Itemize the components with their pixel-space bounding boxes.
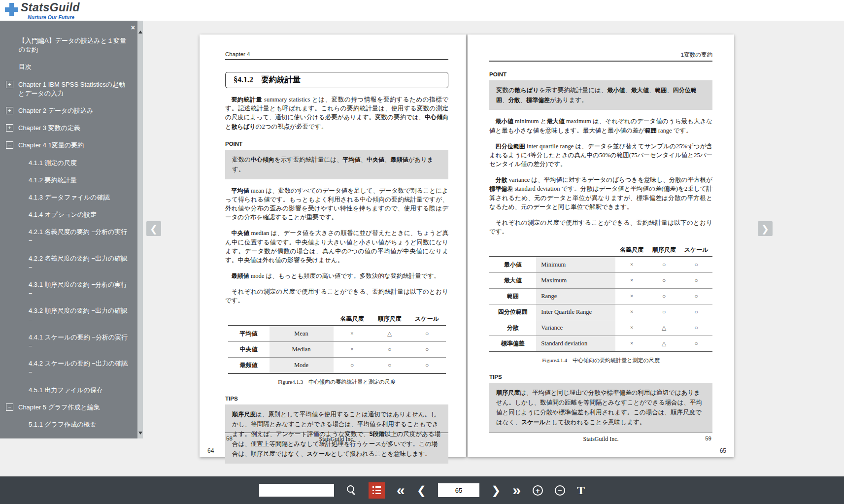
table-row: 最大値 Maximum × ○ ○ — [489, 272, 712, 288]
paragraph-table-lead: それぞれの測定の尺度で使用することができる、要約統計量は以下のとおりです。 — [489, 218, 712, 236]
sidebar-item-4-4-2[interactable]: 4.4.2 スケールの要約 −出力の確認− — [6, 359, 130, 377]
viewer-page-number: 65 — [720, 447, 726, 454]
close-icon[interactable]: × — [131, 24, 135, 32]
point-label: POINT — [225, 141, 448, 147]
scroll-down-icon[interactable] — [138, 432, 142, 435]
table-row: 中央値 Median × ○ ○ — [228, 341, 446, 357]
running-header: 1変数の要約 — [489, 51, 712, 62]
sidebar-item-4-5-1[interactable]: 4.5.1 出力ファイルの保存 — [6, 386, 130, 395]
table-row: 四分位範囲 Inter Quartile Range × ○ ○ — [489, 304, 712, 320]
viewer-toolbar: « ❮ ❯ » + − T — [0, 476, 844, 504]
first-page-icon[interactable]: « — [397, 483, 405, 498]
scroll-up-icon[interactable] — [138, 31, 142, 34]
expand-icon[interactable]: + — [6, 124, 13, 132]
sidebar-item-book-title[interactable]: 【入門編A】データの読込みと１変量の要約 — [6, 36, 130, 54]
page-number-input[interactable] — [438, 483, 479, 497]
sidebar-item-4-1-2[interactable]: 4.1.2 要約統計量 — [6, 176, 130, 185]
central-tendency-table: 名義尺度 順序尺度 スケール 平均値 Mean × △ ○ 中央値 — [228, 313, 446, 374]
viewer-page-number: 64 — [207, 447, 214, 454]
col-ordinal: 順序尺度 — [371, 313, 408, 326]
sidebar-item-chapter2[interactable]: +Chapter 2 データの読込み — [6, 106, 130, 115]
sidebar-item-4-1-1[interactable]: 4.1.1 測定の尺度 — [6, 159, 130, 168]
table-row: 標準偏差 Standard deviation × △ ○ — [489, 336, 712, 352]
sidebar-item-4-1-3[interactable]: 4.1.3 データファイルの確認 — [6, 193, 130, 202]
toc-sidebar: × 【入門編A】データの読込みと１変量の要約 目次 +Chapter 1 IBM… — [0, 21, 143, 438]
sidebar-item-4-3-2[interactable]: 4.3.2 順序尺度の要約 −出力の確認− — [6, 306, 130, 324]
point-box: 変数の散らばりを示す要約統計量には、最小値、最大値、範囲、四分位範囲、分散、標準… — [489, 80, 712, 110]
book-page-number: 59 — [705, 436, 711, 441]
last-page-icon[interactable]: » — [512, 483, 521, 498]
table-row: 範囲 Range × ○ ○ — [489, 288, 712, 304]
next-spread-button[interactable]: ❯ — [758, 221, 773, 236]
figure-caption: Figure4.1.4 中心傾向の要約統計量と測定の尺度 — [489, 357, 712, 364]
tips-box: 順序尺度は、平均値と同じ理由で分散や標準偏差の利用は適切ではありません。しかし、… — [489, 383, 712, 432]
page-right: 1変数の要約 POINT 変数の散らばりを示す要約統計量には、最小値、最大値、範… — [468, 34, 734, 457]
sidebar-item-5-1-1[interactable]: 5.1.1 グラフ作成の概要 — [6, 420, 130, 429]
paragraph-median: 中央値 median は、データ値を大きさの順番に並び替えたときに、ちょうど真ん… — [225, 229, 448, 264]
search-input[interactable] — [259, 484, 334, 497]
tips-label: TIPS — [489, 374, 712, 380]
sidebar-item-4-2-1[interactable]: 4.2.1 名義尺度の要約 −分析の実行− — [6, 228, 130, 245]
publisher-name: StatsGuild Inc. — [489, 436, 712, 443]
paragraph-intro: 要約統計量 summary statistics とは、変数の持つ情報を要約する… — [225, 95, 448, 131]
point-box: 変数の中心傾向を示す要約統計量には、平均値、中央値、最頻値があります。 — [225, 150, 448, 179]
col-nominal: 名義尺度 — [334, 313, 371, 326]
sidebar-item-chapter4[interactable]: −Chapter 4 1変量の要約 — [6, 141, 130, 150]
running-header: Chapter 4 — [225, 51, 448, 60]
sidebar-item-toc[interactable]: 目次 — [6, 63, 130, 71]
col-scale: スケール — [680, 244, 712, 257]
page-left: Chapter 4 §4.1.2 要約統計量 要約統計量 summary sta… — [200, 34, 466, 457]
sidebar-item-4-4-1[interactable]: 4.4.1 スケールの要約 −分析の実行− — [6, 333, 130, 351]
point-label: POINT — [489, 71, 712, 77]
table-row: 最小値 Minimum × ○ ○ — [489, 257, 712, 273]
paragraph-mean: 平均値 mean は、変数のすべてのデータ値を足して、データ数で割ることによって… — [225, 186, 448, 222]
plus-icon — [5, 3, 18, 16]
chevron-right-icon: ❯ — [761, 223, 769, 235]
paragraph-minmax: 最小値 minimum と最大値 maximum は、それぞれのデータ値のうち最… — [489, 117, 712, 135]
next-page-icon[interactable]: ❯ — [491, 485, 501, 496]
publisher-name: StatsGuild Inc. — [225, 436, 448, 443]
expand-icon[interactable]: + — [6, 107, 13, 114]
prev-page-icon[interactable]: ❮ — [417, 485, 426, 496]
page-footer: 58 StatsGuild Inc. — [225, 433, 448, 444]
table-row: 平均値 Mean × △ ○ — [228, 326, 446, 342]
search-icon[interactable] — [346, 485, 357, 496]
text-size-icon[interactable]: T — [577, 484, 585, 497]
list-icon — [372, 486, 381, 494]
collapse-icon[interactable]: − — [6, 141, 13, 149]
sidebar-item-chapter1[interactable]: +Chapter 1 IBM SPSS Statisticsの起動とデータの入力 — [6, 80, 130, 98]
sidebar-item-5-1-2[interactable]: 5.1.2 データファイルの確認 — [6, 437, 130, 438]
prev-spread-button[interactable]: ❮ — [146, 221, 161, 236]
chevron-left-icon: ❮ — [150, 223, 158, 235]
sidebar-item-4-2-2[interactable]: 4.2.2 名義尺度の要約 −出力の確認− — [6, 254, 130, 272]
statsguild-logo[interactable]: StatsGuild Nurture Our Future — [5, 2, 80, 20]
book-spread: Chapter 4 §4.1.2 要約統計量 要約統計量 summary sta… — [200, 34, 734, 457]
zoom-out-icon[interactable]: − — [555, 485, 565, 496]
toc-button[interactable] — [369, 482, 385, 499]
collapse-icon[interactable]: − — [6, 403, 13, 411]
expand-icon[interactable]: + — [6, 81, 13, 88]
paragraph-variance: 分散 variance は、平均値に対するデータのばらつきを意味し、分散の平方根… — [489, 175, 712, 211]
sidebar-item-4-3-1[interactable]: 4.3.1 順序尺度の要約 −分析の実行− — [6, 280, 130, 298]
paragraph-iqr: 四分位範囲 inter quartile range は、データを並び替えてサン… — [489, 142, 712, 168]
paragraph-mode: 最頻値 mode は、もっとも頻度の高い値です。多数決的な要約統計量です。 — [225, 271, 448, 280]
table-header-row: 名義尺度 順序尺度 スケール — [228, 313, 446, 326]
table-header-row: 名義尺度 順序尺度 スケール — [489, 244, 712, 257]
dispersion-table: 名義尺度 順序尺度 スケール 最小値 Minimum × ○ ○ 最大値 — [489, 244, 712, 352]
logo-name: StatsGuild — [21, 2, 80, 13]
top-header: StatsGuild Nurture Our Future — [0, 0, 844, 21]
sidebar-scrollbar[interactable] — [137, 21, 143, 438]
page-footer: StatsGuild Inc. 59 — [489, 433, 712, 444]
sidebar-item-chapter3[interactable]: +Chapter 3 変数の定義 — [6, 124, 130, 133]
toc-list: 【入門編A】データの読込みと１変量の要約 目次 +Chapter 1 IBM S… — [0, 21, 143, 438]
table-row: 最頻値 Mode ○ ○ ○ — [228, 357, 446, 373]
table-row: 分散 Variance × △ ○ — [489, 320, 712, 336]
figure-caption: Figure4.1.3 中心傾向の要約統計量と測定の尺度 — [225, 378, 448, 386]
sidebar-item-chapter5[interactable]: −Chapter 5 グラフ作成と編集 — [6, 403, 130, 412]
tips-label: TIPS — [225, 396, 448, 402]
zoom-in-icon[interactable]: + — [533, 485, 543, 496]
sidebar-item-4-1-4[interactable]: 4.1.4 オプションの設定 — [6, 210, 130, 219]
logo-tagline: Nurture Our Future — [28, 14, 80, 20]
col-nominal: 名義尺度 — [615, 244, 648, 257]
col-ordinal: 順序尺度 — [648, 244, 680, 257]
